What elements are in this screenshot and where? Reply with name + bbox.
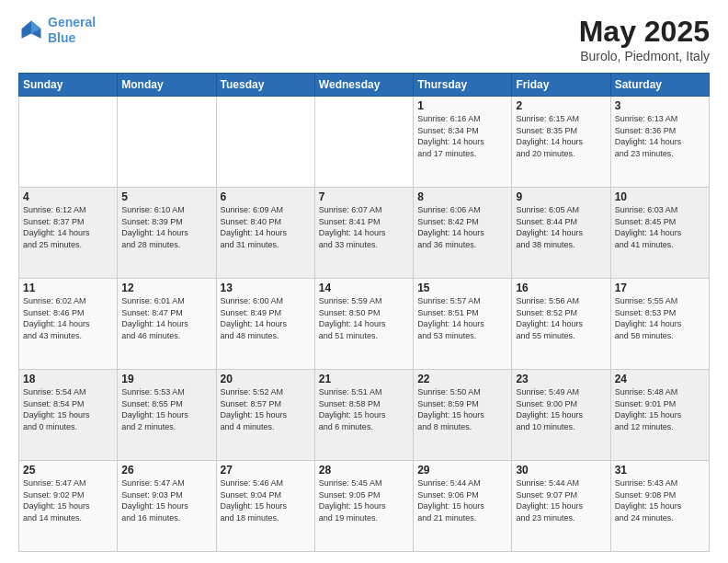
day-number: 9	[516, 190, 606, 203]
day-number: 11	[23, 282, 113, 294]
calendar-cell: 31Sunrise: 5:43 AM Sunset: 9:08 PM Dayli…	[610, 461, 709, 552]
day-info: Sunrise: 5:47 AM Sunset: 9:02 PM Dayligh…	[23, 477, 113, 523]
day-number: 29	[417, 464, 507, 477]
calendar-cell: 9Sunrise: 6:05 AM Sunset: 8:44 PM Daylig…	[512, 188, 610, 279]
subtitle: Burolo, Piedmont, Italy	[579, 49, 710, 63]
day-info: Sunrise: 5:57 AM Sunset: 8:51 PM Dayligh…	[417, 295, 507, 341]
logo: General Blue	[18, 15, 96, 46]
calendar-cell: 5Sunrise: 6:10 AM Sunset: 8:39 PM Daylig…	[118, 188, 216, 279]
calendar-header: SundayMondayTuesdayWednesdayThursdayFrid…	[19, 74, 710, 97]
calendar-body: 1Sunrise: 6:16 AM Sunset: 8:34 PM Daylig…	[19, 97, 710, 552]
calendar-cell: 12Sunrise: 6:01 AM Sunset: 8:47 PM Dayli…	[118, 279, 216, 370]
calendar-cell	[216, 97, 314, 188]
day-info: Sunrise: 6:13 AM Sunset: 8:36 PM Dayligh…	[615, 113, 705, 159]
day-number: 23	[516, 373, 606, 385]
weekday-monday: Monday	[118, 74, 216, 97]
day-info: Sunrise: 6:02 AM Sunset: 8:46 PM Dayligh…	[23, 295, 113, 341]
day-info: Sunrise: 5:43 AM Sunset: 9:08 PM Dayligh…	[615, 477, 705, 523]
header: General Blue May 2025 Burolo, Piedmont, …	[18, 15, 710, 63]
calendar-cell	[19, 97, 118, 188]
day-number: 28	[319, 464, 409, 477]
day-info: Sunrise: 6:16 AM Sunset: 8:34 PM Dayligh…	[417, 113, 507, 159]
calendar-cell: 13Sunrise: 6:00 AM Sunset: 8:49 PM Dayli…	[216, 279, 314, 370]
calendar-cell: 19Sunrise: 5:53 AM Sunset: 8:55 PM Dayli…	[118, 370, 216, 461]
week-row-5: 25Sunrise: 5:47 AM Sunset: 9:02 PM Dayli…	[19, 461, 710, 552]
day-number: 14	[319, 282, 409, 294]
week-row-3: 11Sunrise: 6:02 AM Sunset: 8:46 PM Dayli…	[19, 279, 710, 370]
day-number: 2	[516, 99, 606, 112]
day-info: Sunrise: 5:54 AM Sunset: 8:54 PM Dayligh…	[23, 386, 113, 432]
day-info: Sunrise: 5:45 AM Sunset: 9:05 PM Dayligh…	[319, 477, 409, 523]
day-number: 30	[516, 464, 606, 477]
weekday-friday: Friday	[512, 74, 610, 97]
calendar-cell: 1Sunrise: 6:16 AM Sunset: 8:34 PM Daylig…	[414, 97, 512, 188]
day-info: Sunrise: 5:59 AM Sunset: 8:50 PM Dayligh…	[319, 295, 409, 341]
calendar-cell: 29Sunrise: 5:44 AM Sunset: 9:06 PM Dayli…	[414, 461, 512, 552]
calendar-cell: 24Sunrise: 5:48 AM Sunset: 9:01 PM Dayli…	[610, 370, 709, 461]
day-info: Sunrise: 6:07 AM Sunset: 8:41 PM Dayligh…	[319, 204, 409, 250]
day-number: 17	[615, 282, 705, 294]
day-info: Sunrise: 6:00 AM Sunset: 8:49 PM Dayligh…	[221, 295, 311, 341]
day-number: 7	[319, 190, 409, 203]
day-info: Sunrise: 6:09 AM Sunset: 8:40 PM Dayligh…	[221, 204, 311, 250]
logo-general: General	[48, 15, 96, 29]
day-info: Sunrise: 5:48 AM Sunset: 9:01 PM Dayligh…	[615, 386, 705, 432]
day-info: Sunrise: 5:51 AM Sunset: 8:58 PM Dayligh…	[319, 386, 409, 432]
calendar-cell: 4Sunrise: 6:12 AM Sunset: 8:37 PM Daylig…	[19, 188, 118, 279]
day-info: Sunrise: 5:56 AM Sunset: 8:52 PM Dayligh…	[516, 295, 606, 341]
day-info: Sunrise: 6:10 AM Sunset: 8:39 PM Dayligh…	[121, 204, 211, 250]
day-info: Sunrise: 6:05 AM Sunset: 8:44 PM Dayligh…	[516, 204, 606, 250]
calendar-table: SundayMondayTuesdayWednesdayThursdayFrid…	[18, 73, 710, 552]
calendar-cell: 11Sunrise: 6:02 AM Sunset: 8:46 PM Dayli…	[19, 279, 118, 370]
day-number: 20	[221, 373, 311, 385]
day-info: Sunrise: 5:44 AM Sunset: 9:06 PM Dayligh…	[417, 477, 507, 523]
day-info: Sunrise: 5:49 AM Sunset: 9:00 PM Dayligh…	[516, 386, 606, 432]
day-number: 15	[417, 282, 507, 294]
logo-icon	[18, 17, 44, 43]
calendar-cell: 10Sunrise: 6:03 AM Sunset: 8:45 PM Dayli…	[610, 188, 709, 279]
calendar-cell: 8Sunrise: 6:06 AM Sunset: 8:42 PM Daylig…	[414, 188, 512, 279]
day-number: 6	[221, 190, 311, 203]
calendar-cell	[314, 97, 413, 188]
weekday-tuesday: Tuesday	[216, 74, 314, 97]
weekday-header-row: SundayMondayTuesdayWednesdayThursdayFrid…	[19, 74, 710, 97]
day-info: Sunrise: 6:01 AM Sunset: 8:47 PM Dayligh…	[121, 295, 211, 341]
day-number: 25	[23, 464, 113, 477]
day-info: Sunrise: 5:44 AM Sunset: 9:07 PM Dayligh…	[516, 477, 606, 523]
day-info: Sunrise: 5:47 AM Sunset: 9:03 PM Dayligh…	[121, 477, 211, 523]
day-number: 1	[417, 99, 507, 112]
day-info: Sunrise: 6:03 AM Sunset: 8:45 PM Dayligh…	[615, 204, 705, 250]
day-number: 18	[23, 373, 113, 385]
day-number: 12	[121, 282, 211, 294]
day-number: 22	[417, 373, 507, 385]
main-title: May 2025	[579, 15, 710, 49]
weekday-wednesday: Wednesday	[314, 74, 413, 97]
day-info: Sunrise: 5:55 AM Sunset: 8:53 PM Dayligh…	[615, 295, 705, 341]
logo-blue: Blue	[48, 30, 75, 45]
calendar-cell: 28Sunrise: 5:45 AM Sunset: 9:05 PM Dayli…	[314, 461, 413, 552]
week-row-4: 18Sunrise: 5:54 AM Sunset: 8:54 PM Dayli…	[19, 370, 710, 461]
day-info: Sunrise: 5:52 AM Sunset: 8:57 PM Dayligh…	[221, 386, 311, 432]
day-number: 8	[417, 190, 507, 203]
day-info: Sunrise: 5:53 AM Sunset: 8:55 PM Dayligh…	[121, 386, 211, 432]
week-row-1: 1Sunrise: 6:16 AM Sunset: 8:34 PM Daylig…	[19, 97, 710, 188]
day-number: 4	[23, 190, 113, 203]
week-row-2: 4Sunrise: 6:12 AM Sunset: 8:37 PM Daylig…	[19, 188, 710, 279]
day-number: 16	[516, 282, 606, 294]
calendar-cell: 20Sunrise: 5:52 AM Sunset: 8:57 PM Dayli…	[216, 370, 314, 461]
title-block: May 2025 Burolo, Piedmont, Italy	[579, 15, 710, 63]
day-info: Sunrise: 5:46 AM Sunset: 9:04 PM Dayligh…	[221, 477, 311, 523]
day-number: 24	[615, 373, 705, 385]
calendar-cell: 26Sunrise: 5:47 AM Sunset: 9:03 PM Dayli…	[118, 461, 216, 552]
logo-text: General Blue	[48, 15, 96, 46]
calendar-cell: 30Sunrise: 5:44 AM Sunset: 9:07 PM Dayli…	[512, 461, 610, 552]
calendar-cell: 16Sunrise: 5:56 AM Sunset: 8:52 PM Dayli…	[512, 279, 610, 370]
calendar-cell: 15Sunrise: 5:57 AM Sunset: 8:51 PM Dayli…	[414, 279, 512, 370]
day-number: 3	[615, 99, 705, 112]
weekday-sunday: Sunday	[19, 74, 118, 97]
calendar-cell: 6Sunrise: 6:09 AM Sunset: 8:40 PM Daylig…	[216, 188, 314, 279]
weekday-saturday: Saturday	[610, 74, 709, 97]
calendar-cell: 27Sunrise: 5:46 AM Sunset: 9:04 PM Dayli…	[216, 461, 314, 552]
day-number: 10	[615, 190, 705, 203]
day-number: 27	[221, 464, 311, 477]
